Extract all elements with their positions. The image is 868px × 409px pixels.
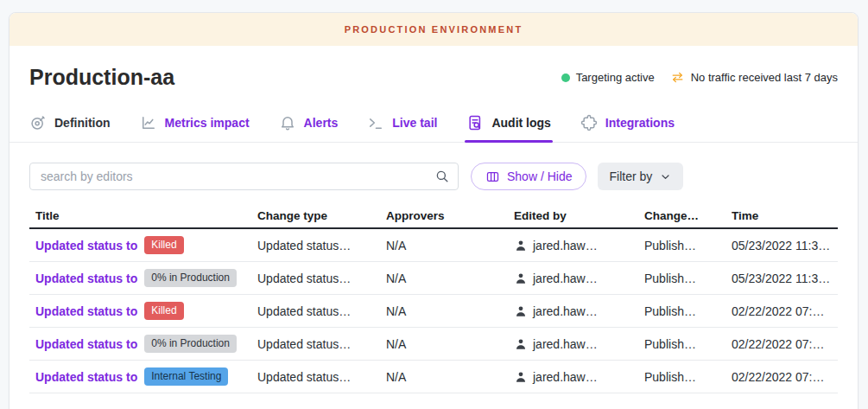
cell-change-type: Updated status… [257,304,386,318]
cell-edited-by: jared.haw… [514,239,644,252]
cell-change: Publish… [644,239,732,252]
cell-change: Publish… [644,304,732,318]
tab-live-tail[interactable]: Live tail [367,104,437,142]
filter-by-label: Filter by [609,169,652,183]
table-row: Updated status to Killed Updated status…… [29,229,838,262]
row-title-link[interactable]: Updated status to [35,304,137,318]
cell-edited-by: jared.haw… [514,337,644,351]
cell-change: Publish… [644,370,732,384]
status-indicator: Targeting active [561,71,655,84]
person-icon [514,272,528,285]
table-row: Updated status to 0% in Production Updat… [29,262,838,295]
cell-title: Updated status to Killed [29,302,257,320]
green-dot-icon [561,73,570,82]
tab-metrics-impact[interactable]: Metrics impact [140,104,250,142]
cell-title: Updated status to 0% in Production [29,335,257,353]
cell-title: Updated status to 0% in Production [29,269,257,287]
person-icon [514,337,528,351]
audit-log-icon [466,114,484,131]
chevron-down-icon [659,170,672,183]
column-header-4: Change… [644,209,732,222]
cell-approvers: N/A [386,337,514,351]
cell-time: 05/23/2022 11:3… [732,272,838,285]
cell-change-type: Updated status… [257,272,386,285]
table-row: Updated status to Internal Testing Updat… [29,361,838,393]
person-icon [514,304,528,318]
terminal-icon [367,114,384,131]
filter-by-button[interactable]: Filter by [598,163,683,190]
cell-title: Updated status to Killed [29,236,257,254]
environment-card: PRODUCTION ENVIRONMENT Production-aa Tar… [9,12,858,409]
cell-time: 02/22/2022 07:… [732,370,838,384]
cell-edited-by: jared.haw… [514,304,644,318]
search-input[interactable] [29,163,459,190]
cell-change-type: Updated status… [257,337,386,351]
cell-time: 05/23/2022 11:3… [732,239,838,252]
status-badge: Killed [144,302,183,320]
status-indicators: Targeting active No traffic received las… [561,70,838,85]
columns-icon [485,169,500,184]
environment-banner: PRODUCTION ENVIRONMENT [10,13,858,46]
audit-log-table: TitleChange typeApproversEdited byChange… [29,204,838,393]
search-icon [434,169,450,184]
status-indicator: No traffic received last 7 days [670,70,838,85]
row-title-link[interactable]: Updated status to [35,239,137,252]
tab-definition[interactable]: Definition [29,104,111,142]
cell-approvers: N/A [386,272,514,285]
cell-time: 02/22/2022 07:… [732,304,838,318]
cell-change-type: Updated status… [257,239,386,252]
show-hide-button[interactable]: Show / Hide [471,163,586,190]
column-header-2: Approvers [386,209,514,222]
line-chart-icon [140,114,157,131]
tab-bar: Definition Metrics impact Alerts Live ta… [10,104,858,143]
page-header: Production-aa Targeting active No traffi… [10,65,858,90]
tab-alerts[interactable]: Alerts [279,104,339,142]
table-body: Updated status to Killed Updated status…… [29,229,838,393]
cell-time: 02/22/2022 07:… [732,337,838,351]
status-badge: Killed [144,236,183,254]
cell-edited-by: jared.haw… [514,370,644,384]
table-row: Updated status to 0% in Production Updat… [29,328,838,361]
search-field-wrap [29,163,459,190]
bell-icon [279,114,296,131]
traffic-arrows-icon [670,70,685,85]
row-title-link[interactable]: Updated status to [35,272,137,285]
cell-approvers: N/A [386,370,514,384]
column-header-3: Edited by [514,209,644,222]
person-icon [514,239,528,252]
show-hide-label: Show / Hide [507,169,572,183]
status-badge: 0% in Production [144,335,237,353]
column-header-5: Time [732,209,838,222]
row-title-link[interactable]: Updated status to [35,370,137,384]
cell-change: Publish… [644,337,732,351]
column-header-1: Change type [257,209,386,222]
tab-integrations[interactable]: Integrations [580,104,675,142]
cell-edited-by: jared.haw… [514,272,644,285]
table-header-row: TitleChange typeApproversEdited byChange… [29,204,838,229]
target-pencil-icon [29,114,47,131]
cell-approvers: N/A [386,304,514,318]
cell-change-type: Updated status… [257,370,386,384]
column-header-0: Title [29,209,257,222]
table-row: Updated status to Killed Updated status…… [29,295,838,328]
puzzle-icon [580,114,598,131]
toolbar: Show / Hide Filter by [10,163,858,190]
environment-banner-label: PRODUCTION ENVIRONMENT [345,24,523,35]
page-title: Production-aa [29,65,174,90]
cell-approvers: N/A [386,239,514,252]
cell-title: Updated status to Internal Testing [29,367,257,386]
cell-change: Publish… [644,272,732,285]
row-title-link[interactable]: Updated status to [35,337,137,351]
status-badge: 0% in Production [144,269,237,287]
tab-audit-logs[interactable]: Audit logs [466,104,550,142]
status-badge: Internal Testing [144,367,228,386]
person-icon [514,370,528,384]
